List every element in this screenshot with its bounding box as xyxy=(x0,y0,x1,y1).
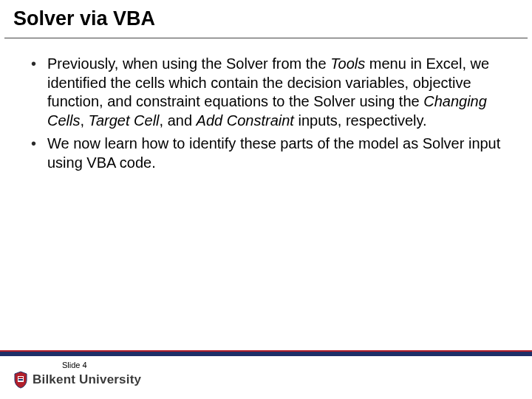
university-name: Bilkent University xyxy=(33,372,141,387)
bullet-text: Previously, when using the Solver from t… xyxy=(47,55,330,72)
italic-text: Add Constraint xyxy=(197,112,294,129)
university-branding: Bilkent University xyxy=(13,371,523,389)
bullet-text: , and xyxy=(160,112,197,129)
italic-text: Target Cell xyxy=(89,112,160,129)
university-crest-icon xyxy=(13,371,28,389)
bullet-item: We now learn how to identify these parts… xyxy=(31,134,501,172)
bullet-text: inputs, respectively. xyxy=(294,112,427,129)
bullet-text: , xyxy=(80,112,88,129)
svg-rect-1 xyxy=(18,377,23,378)
slide: Solver via VBA Previously, when using th… xyxy=(0,0,532,399)
bullet-item: Previously, when using the Solver from t… xyxy=(31,55,501,130)
slide-footer: Slide 4 Bilkent University xyxy=(0,356,532,399)
slide-header: Solver via VBA xyxy=(0,0,532,35)
bullet-text: We now learn how to identify these parts… xyxy=(47,135,500,171)
italic-text: Tools xyxy=(330,55,365,72)
slide-body: Previously, when using the Solver from t… xyxy=(0,38,532,350)
slide-title: Solver via VBA xyxy=(13,7,519,30)
svg-rect-2 xyxy=(18,379,23,381)
slide-number: Slide 4 xyxy=(62,361,523,369)
footer-accent-bar xyxy=(0,350,532,356)
bullet-list: Previously, when using the Solver from t… xyxy=(31,55,501,173)
